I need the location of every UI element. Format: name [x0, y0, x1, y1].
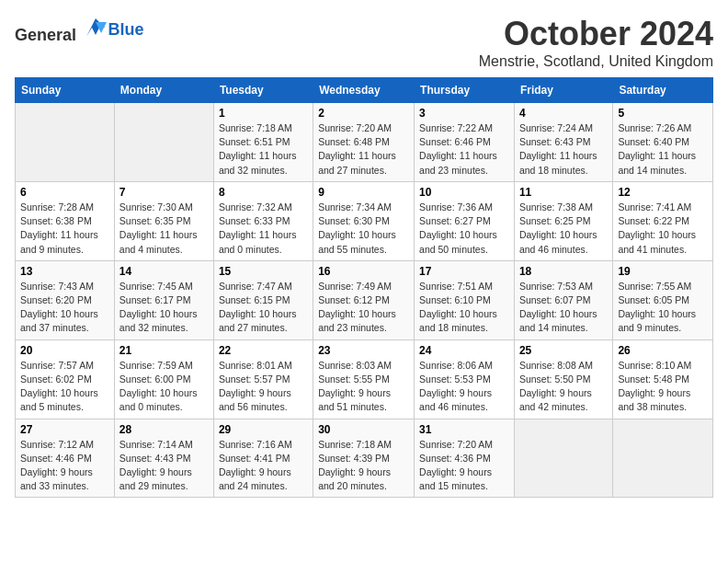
calendar-cell: 30Sunrise: 7:18 AMSunset: 4:39 PMDayligh… [313, 419, 415, 498]
day-number: 19 [618, 265, 708, 278]
day-number: 5 [618, 107, 708, 120]
calendar-cell: 9Sunrise: 7:34 AMSunset: 6:30 PMDaylight… [313, 181, 415, 260]
calendar-cell: 23Sunrise: 8:03 AMSunset: 5:55 PMDayligh… [313, 339, 415, 419]
location-subtitle: Menstrie, Scotland, United Kingdom [479, 53, 713, 70]
day-number: 3 [419, 107, 509, 120]
day-detail: Sunrise: 7:59 AMSunset: 6:00 PMDaylight:… [119, 359, 209, 415]
day-number: 1 [219, 107, 308, 120]
calendar-cell: 31Sunrise: 7:20 AMSunset: 4:36 PMDayligh… [415, 419, 515, 498]
calendar-cell: 20Sunrise: 7:57 AMSunset: 6:02 PMDayligh… [16, 339, 115, 419]
calendar-cell: 11Sunrise: 7:38 AMSunset: 6:25 PMDayligh… [514, 181, 612, 260]
day-number: 20 [20, 344, 109, 357]
calendar-cell: 6Sunrise: 7:28 AMSunset: 6:38 PMDaylight… [16, 181, 115, 260]
day-number: 11 [519, 186, 608, 199]
day-number: 23 [318, 344, 409, 357]
day-detail: Sunrise: 7:51 AMSunset: 6:10 PMDaylight:… [419, 280, 509, 336]
logo-icon [83, 15, 108, 40]
weekday-header-wednesday: Wednesday [313, 78, 415, 103]
day-detail: Sunrise: 7:55 AMSunset: 6:05 PMDaylight:… [618, 280, 708, 336]
day-detail: Sunrise: 7:32 AMSunset: 6:33 PMDaylight:… [219, 201, 308, 257]
calendar-cell [114, 103, 213, 182]
logo: General Blue [15, 15, 144, 45]
day-number: 28 [119, 423, 209, 436]
day-number: 31 [419, 423, 509, 436]
day-detail: Sunrise: 7:38 AMSunset: 6:25 PMDaylight:… [519, 201, 608, 257]
day-number: 13 [20, 265, 109, 278]
day-detail: Sunrise: 7:18 AMSunset: 6:51 PMDaylight:… [219, 121, 308, 178]
day-detail: Sunrise: 7:45 AMSunset: 6:17 PMDaylight:… [119, 280, 209, 336]
day-detail: Sunrise: 7:14 AMSunset: 4:43 PMDaylight:… [119, 438, 209, 494]
day-detail: Sunrise: 7:30 AMSunset: 6:35 PMDaylight:… [119, 201, 209, 257]
logo-blue-text: Blue [108, 20, 144, 39]
day-detail: Sunrise: 7:43 AMSunset: 6:20 PMDaylight:… [20, 280, 109, 336]
day-number: 8 [219, 186, 308, 199]
weekday-header-saturday: Saturday [613, 78, 713, 103]
day-detail: Sunrise: 8:10 AMSunset: 5:48 PMDaylight:… [618, 359, 708, 415]
calendar-cell: 17Sunrise: 7:51 AMSunset: 6:10 PMDayligh… [415, 260, 515, 339]
calendar-table: SundayMondayTuesdayWednesdayThursdayFrid… [15, 77, 713, 498]
day-detail: Sunrise: 8:08 AMSunset: 5:50 PMDaylight:… [519, 359, 608, 415]
day-number: 6 [20, 186, 109, 199]
calendar-week-row: 27Sunrise: 7:12 AMSunset: 4:46 PMDayligh… [16, 419, 713, 498]
calendar-cell: 19Sunrise: 7:55 AMSunset: 6:05 PMDayligh… [613, 260, 713, 339]
day-number: 25 [519, 344, 608, 357]
logo-general-text: General [15, 26, 76, 44]
day-number: 17 [419, 265, 509, 278]
day-detail: Sunrise: 7:22 AMSunset: 6:46 PMDaylight:… [419, 121, 509, 178]
day-number: 30 [318, 423, 409, 436]
page-header: General Blue October 2024 Menstrie, Scot… [15, 15, 713, 70]
calendar-cell: 15Sunrise: 7:47 AMSunset: 6:15 PMDayligh… [213, 260, 313, 339]
calendar-cell: 5Sunrise: 7:26 AMSunset: 6:40 PMDaylight… [613, 103, 713, 182]
day-detail: Sunrise: 7:24 AMSunset: 6:43 PMDaylight:… [519, 121, 608, 178]
calendar-cell: 25Sunrise: 8:08 AMSunset: 5:50 PMDayligh… [514, 339, 612, 419]
weekday-header-friday: Friday [514, 78, 612, 103]
weekday-header-row: SundayMondayTuesdayWednesdayThursdayFrid… [16, 78, 713, 103]
calendar-cell: 10Sunrise: 7:36 AMSunset: 6:27 PMDayligh… [415, 181, 515, 260]
day-number: 16 [318, 265, 409, 278]
calendar-week-row: 13Sunrise: 7:43 AMSunset: 6:20 PMDayligh… [16, 260, 713, 339]
weekday-header-monday: Monday [114, 78, 213, 103]
day-detail: Sunrise: 7:20 AMSunset: 4:36 PMDaylight:… [419, 438, 509, 494]
calendar-cell: 8Sunrise: 7:32 AMSunset: 6:33 PMDaylight… [213, 181, 313, 260]
calendar-cell: 1Sunrise: 7:18 AMSunset: 6:51 PMDaylight… [213, 103, 313, 182]
day-number: 4 [519, 107, 608, 120]
calendar-week-row: 6Sunrise: 7:28 AMSunset: 6:38 PMDaylight… [16, 181, 713, 260]
day-number: 29 [219, 423, 308, 436]
day-number: 9 [318, 186, 409, 199]
day-detail: Sunrise: 7:57 AMSunset: 6:02 PMDaylight:… [20, 359, 109, 415]
day-detail: Sunrise: 7:41 AMSunset: 6:22 PMDaylight:… [618, 201, 708, 257]
calendar-cell: 16Sunrise: 7:49 AMSunset: 6:12 PMDayligh… [313, 260, 415, 339]
calendar-cell: 7Sunrise: 7:30 AMSunset: 6:35 PMDaylight… [114, 181, 213, 260]
calendar-cell: 27Sunrise: 7:12 AMSunset: 4:46 PMDayligh… [16, 419, 115, 498]
day-detail: Sunrise: 7:20 AMSunset: 6:48 PMDaylight:… [318, 121, 409, 178]
day-detail: Sunrise: 7:12 AMSunset: 4:46 PMDaylight:… [20, 438, 109, 494]
calendar-cell: 3Sunrise: 7:22 AMSunset: 6:46 PMDaylight… [415, 103, 515, 182]
day-number: 2 [318, 107, 409, 120]
day-number: 12 [618, 186, 708, 199]
day-number: 27 [20, 423, 109, 436]
day-number: 26 [618, 344, 708, 357]
title-area: October 2024 Menstrie, Scotland, United … [479, 15, 713, 70]
day-number: 22 [219, 344, 308, 357]
calendar-cell: 26Sunrise: 8:10 AMSunset: 5:48 PMDayligh… [613, 339, 713, 419]
calendar-cell [613, 419, 713, 498]
day-number: 7 [119, 186, 209, 199]
day-detail: Sunrise: 7:36 AMSunset: 6:27 PMDaylight:… [419, 201, 509, 257]
day-detail: Sunrise: 7:49 AMSunset: 6:12 PMDaylight:… [318, 280, 409, 336]
calendar-cell: 18Sunrise: 7:53 AMSunset: 6:07 PMDayligh… [514, 260, 612, 339]
calendar-cell [514, 419, 612, 498]
day-detail: Sunrise: 8:01 AMSunset: 5:57 PMDaylight:… [219, 359, 308, 415]
calendar-week-row: 20Sunrise: 7:57 AMSunset: 6:02 PMDayligh… [16, 339, 713, 419]
calendar-cell: 13Sunrise: 7:43 AMSunset: 6:20 PMDayligh… [16, 260, 115, 339]
calendar-cell: 28Sunrise: 7:14 AMSunset: 4:43 PMDayligh… [114, 419, 213, 498]
calendar-cell: 22Sunrise: 8:01 AMSunset: 5:57 PMDayligh… [213, 339, 313, 419]
day-detail: Sunrise: 7:26 AMSunset: 6:40 PMDaylight:… [618, 121, 708, 178]
weekday-header-thursday: Thursday [415, 78, 515, 103]
day-detail: Sunrise: 8:06 AMSunset: 5:53 PMDaylight:… [419, 359, 509, 415]
calendar-cell: 29Sunrise: 7:16 AMSunset: 4:41 PMDayligh… [213, 419, 313, 498]
calendar-cell [16, 103, 115, 182]
day-number: 18 [519, 265, 608, 278]
calendar-cell: 4Sunrise: 7:24 AMSunset: 6:43 PMDaylight… [514, 103, 612, 182]
day-number: 21 [119, 344, 209, 357]
day-number: 24 [419, 344, 509, 357]
